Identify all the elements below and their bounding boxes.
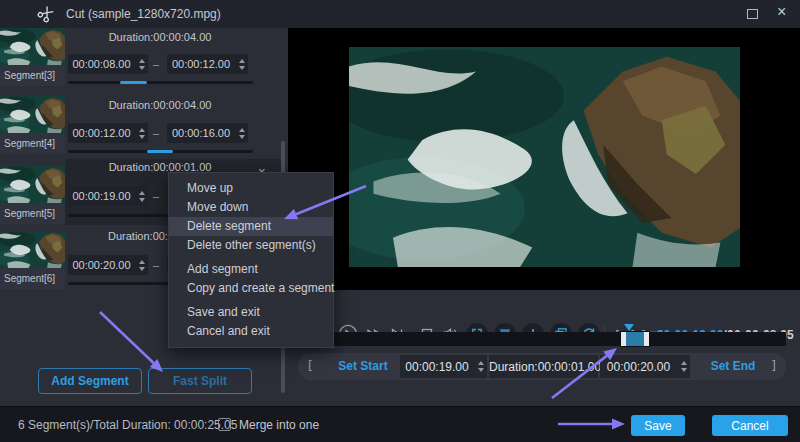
spinner-up-icon[interactable] [681, 361, 687, 365]
segments-summary: 6 Segment(s)/Total Duration: 00:00:25.05 [18, 407, 237, 442]
segment-range-slider[interactable] [68, 81, 253, 84]
menu-item-cancel-and-exit[interactable]: Cancel and exit [169, 322, 333, 341]
maximize-button[interactable] [747, 9, 758, 19]
segment-start-value: 00:00:08.00 [68, 58, 135, 70]
time-spinner[interactable] [677, 355, 690, 378]
segment-start-value: 00:00:12.00 [68, 127, 135, 139]
set-end-button[interactable]: Set End [698, 353, 768, 380]
clip-right-handle[interactable] [644, 332, 649, 346]
time-spinner[interactable] [135, 255, 148, 275]
left-bracket: [ [308, 359, 313, 373]
menu-item-delete-other-segments[interactable]: Delete other segment(s) [169, 236, 333, 255]
scissors-icon [35, 3, 58, 26]
set-start-button[interactable]: Set Start [326, 353, 400, 380]
spinner-up-icon[interactable] [139, 260, 145, 264]
merge-label[interactable]: Merge into one [239, 407, 319, 442]
context-menu: Move up Move down Delete segment Delete … [168, 172, 334, 348]
time-spinner[interactable] [474, 355, 487, 378]
status-bar: 6 Segment(s)/Total Duration: 00:00:25.05… [0, 406, 800, 442]
duration-value: Duration:00:00:01.00 [489, 360, 598, 374]
segment-thumbnail[interactable] [0, 28, 65, 65]
end-time-value: 00:00:20.00 [600, 360, 677, 374]
playhead-marker[interactable] [624, 324, 634, 331]
menu-item-add-segment[interactable]: Add segment [169, 260, 333, 279]
spinner-up-icon[interactable] [239, 128, 245, 132]
segment-thumb-label: Segment[6] [0, 268, 65, 289]
cancel-button[interactable]: Cancel [712, 415, 788, 436]
spinner-down-icon[interactable] [139, 267, 145, 271]
timeline-track[interactable] [302, 332, 786, 346]
segment-start-field[interactable]: 00:00:19.00 [68, 186, 148, 206]
segment-end-field[interactable]: 00:00:12.00 [167, 54, 248, 74]
save-button[interactable]: Save [631, 415, 685, 436]
fast-split-button[interactable]: Fast Split [148, 368, 252, 394]
segment-duration-label: Duration:00:00:04.00 [65, 31, 255, 45]
segment-start-field[interactable]: 00:00:20.00 [68, 255, 148, 275]
spinner-down-icon[interactable] [478, 368, 484, 372]
segment-range-slider[interactable] [68, 150, 253, 153]
cut-dialog: Cut (sample_1280x720.mpg) × Segment[3] S… [0, 0, 800, 442]
time-spinner[interactable] [135, 123, 148, 143]
right-bracket: ] [771, 359, 776, 373]
segment-end-value: 00:00:16.00 [167, 127, 235, 139]
start-time-field[interactable]: 00:00:19.00 [400, 355, 487, 378]
range-dash: – [153, 259, 159, 271]
spinner-down-icon[interactable] [681, 368, 687, 372]
time-spinner[interactable] [235, 123, 248, 143]
range-dash: – [153, 58, 159, 70]
end-time-field[interactable]: 00:00:20.00 [600, 355, 690, 378]
time-spinner[interactable] [135, 54, 148, 74]
segment-thumb-label: Segment[3] [0, 65, 65, 86]
segment-thumbnail[interactable] [0, 96, 65, 133]
video-frame [349, 47, 740, 267]
timeline-clip[interactable] [620, 331, 650, 347]
range-dash: – [153, 127, 159, 139]
trim-bar: [ Set Start 00:00:19.00 Duration:00:00:0… [298, 353, 786, 380]
spinner-down-icon[interactable] [239, 135, 245, 139]
segment-start-field[interactable]: 00:00:08.00 [68, 54, 148, 74]
title-bar: Cut (sample_1280x720.mpg) × [0, 0, 800, 28]
segment-duration-label: Duration:00:00:04.00 [65, 99, 255, 113]
add-segment-button[interactable]: Add Segment [38, 368, 142, 394]
spinner-down-icon[interactable] [139, 66, 145, 70]
close-button[interactable]: × [777, 3, 786, 21]
segment-start-value: 00:00:20.00 [68, 259, 135, 271]
segment-thumb-label: Segment[5] [0, 203, 65, 224]
spinner-up-icon[interactable] [239, 59, 245, 63]
segment-thumbnail[interactable] [0, 166, 65, 203]
window-title: Cut (sample_1280x720.mpg) [66, 7, 221, 21]
spinner-down-icon[interactable] [139, 135, 145, 139]
menu-item-delete-segment[interactable]: Delete segment [169, 217, 333, 236]
spinner-up-icon[interactable] [478, 361, 484, 365]
segment-thumb-label: Segment[4] [0, 133, 65, 154]
time-spinner[interactable] [135, 186, 148, 206]
range-dash: – [153, 190, 159, 202]
start-time-value: 00:00:19.00 [400, 360, 474, 374]
menu-item-save-and-exit[interactable]: Save and exit [169, 303, 333, 322]
duration-readout: Duration:00:00:01.00 [489, 355, 598, 378]
clip-left-handle[interactable] [621, 332, 626, 346]
spinner-down-icon[interactable] [239, 66, 245, 70]
menu-item-copy-create-segment[interactable]: Copy and create a segment [169, 279, 333, 298]
segment-start-field[interactable]: 00:00:12.00 [68, 123, 148, 143]
menu-item-move-up[interactable]: Move up [169, 179, 333, 198]
menu-item-move-down[interactable]: Move down [169, 198, 333, 217]
segment-start-value: 00:00:19.00 [68, 190, 135, 202]
spinner-up-icon[interactable] [139, 128, 145, 132]
preview-panel: [▷] [□] 00:00:19.00/00:00:28.05 [ Set St… [288, 28, 800, 406]
merge-checkbox[interactable] [218, 418, 231, 431]
time-spinner[interactable] [235, 54, 248, 74]
segment-end-value: 00:00:12.00 [167, 58, 235, 70]
spinner-down-icon[interactable] [139, 198, 145, 202]
segment-thumbnail[interactable] [0, 231, 65, 268]
spinner-up-icon[interactable] [139, 191, 145, 195]
spinner-up-icon[interactable] [139, 59, 145, 63]
video-preview [288, 28, 800, 290]
segment-end-field[interactable]: 00:00:16.00 [167, 123, 248, 143]
